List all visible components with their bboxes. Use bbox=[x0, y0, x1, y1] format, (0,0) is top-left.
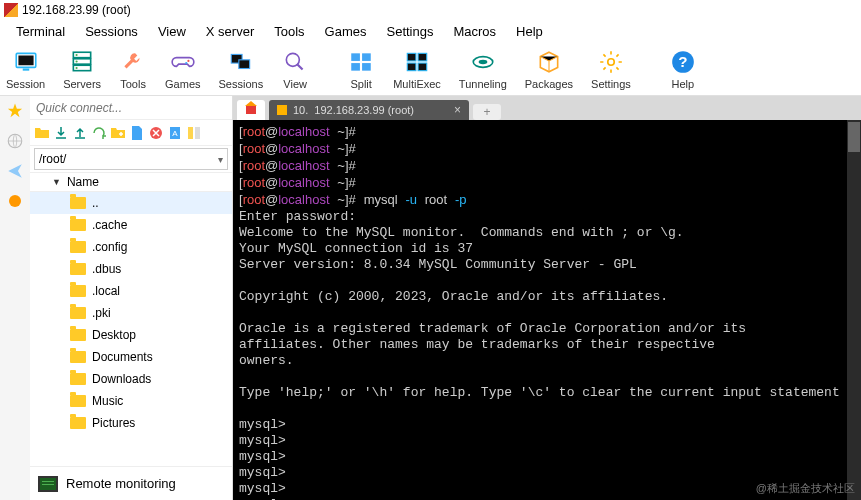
watermark: @稀土掘金技术社区 bbox=[756, 480, 855, 496]
tree-row[interactable]: Desktop bbox=[30, 324, 232, 346]
remote-monitoring-label: Remote monitoring bbox=[66, 476, 176, 491]
star-icon[interactable] bbox=[6, 102, 24, 120]
games-button[interactable]: Games bbox=[165, 48, 200, 90]
close-icon[interactable]: × bbox=[454, 103, 461, 117]
svg-rect-2 bbox=[22, 68, 29, 70]
tree-label: Music bbox=[92, 394, 123, 408]
tree-row[interactable]: Downloads bbox=[30, 368, 232, 390]
tree-label: .dbus bbox=[92, 262, 121, 276]
svg-rect-32 bbox=[188, 127, 193, 139]
collapse-icon[interactable]: ▼ bbox=[52, 177, 61, 187]
circle-icon[interactable] bbox=[6, 192, 24, 210]
help-icon: ? bbox=[669, 48, 697, 76]
quick-connect-input[interactable] bbox=[30, 96, 232, 120]
tree-label: Pictures bbox=[92, 416, 135, 430]
tree-row[interactable]: .cache bbox=[30, 214, 232, 236]
tree-label: Downloads bbox=[92, 372, 151, 386]
multiexec-button[interactable]: MultiExec bbox=[393, 48, 441, 90]
view-button[interactable]: View bbox=[281, 48, 309, 90]
tree-label: .. bbox=[92, 196, 99, 210]
window-title: 192.168.23.99 (root) bbox=[22, 3, 131, 17]
packages-icon bbox=[535, 48, 563, 76]
session-button[interactable]: Session bbox=[6, 48, 45, 90]
remote-monitoring[interactable]: Remote monitoring bbox=[30, 466, 232, 500]
app-icon bbox=[4, 3, 18, 17]
refresh-icon[interactable] bbox=[91, 125, 107, 141]
new-tab-button[interactable]: + bbox=[473, 104, 501, 120]
chevron-down-icon[interactable]: ▾ bbox=[218, 154, 223, 165]
tree-row[interactable]: Documents bbox=[30, 346, 232, 368]
path-input[interactable]: /root/ ▾ bbox=[34, 148, 228, 170]
globe-icon[interactable] bbox=[6, 132, 24, 150]
svg-point-7 bbox=[76, 60, 78, 62]
servers-button[interactable]: Servers bbox=[63, 48, 101, 90]
sessions-icon bbox=[227, 48, 255, 76]
menu-sessions[interactable]: Sessions bbox=[75, 22, 148, 41]
tree-header[interactable]: ▼ Name bbox=[30, 172, 232, 192]
menu-tools[interactable]: Tools bbox=[264, 22, 314, 41]
svg-rect-33 bbox=[195, 127, 200, 139]
tree-row[interactable]: Pictures bbox=[30, 412, 232, 434]
menu-games[interactable]: Games bbox=[315, 22, 377, 41]
terminal-panel: 10. 192.168.23.99 (root) × + [root@local… bbox=[233, 96, 861, 500]
svg-point-6 bbox=[76, 53, 78, 55]
tunneling-button[interactable]: Tunneling bbox=[459, 48, 507, 90]
file-icon[interactable] bbox=[129, 125, 145, 141]
folder-icon[interactable] bbox=[34, 125, 50, 141]
svg-text:?: ? bbox=[678, 53, 687, 70]
multiexec-label: MultiExec bbox=[393, 78, 441, 90]
packages-button[interactable]: Packages bbox=[525, 48, 573, 90]
delete-icon[interactable] bbox=[148, 125, 164, 141]
svg-text:A: A bbox=[172, 129, 178, 138]
menu-terminal[interactable]: Terminal bbox=[6, 22, 75, 41]
toggle-icon[interactable] bbox=[186, 125, 202, 141]
menu-macros[interactable]: Macros bbox=[443, 22, 506, 41]
tree-row[interactable]: .local bbox=[30, 280, 232, 302]
settings-label: Settings bbox=[591, 78, 631, 90]
tab-bar: 10. 192.168.23.99 (root) × + bbox=[233, 96, 861, 120]
help-button[interactable]: ?Help bbox=[669, 48, 697, 90]
session-icon bbox=[12, 48, 40, 76]
file-toolbar: A bbox=[30, 120, 232, 146]
svg-rect-19 bbox=[418, 53, 427, 61]
sessions-button[interactable]: Sessions bbox=[219, 48, 264, 90]
newfolder-icon[interactable] bbox=[110, 125, 126, 141]
tree-label: Desktop bbox=[92, 328, 136, 342]
servers-label: Servers bbox=[63, 78, 101, 90]
tree-row[interactable]: .. bbox=[30, 192, 232, 214]
folder-icon bbox=[70, 241, 86, 253]
download-icon[interactable] bbox=[53, 125, 69, 141]
titlebar: 192.168.23.99 (root) bbox=[0, 0, 861, 20]
folder-icon bbox=[70, 219, 86, 231]
file-tree[interactable]: .. .cache .config .dbus .local .pki Desk… bbox=[30, 192, 232, 466]
tree-row[interactable]: .dbus bbox=[30, 258, 232, 280]
terminal-tab-icon bbox=[277, 105, 287, 115]
upload-icon[interactable] bbox=[72, 125, 88, 141]
tree-row[interactable]: .config bbox=[30, 236, 232, 258]
folder-icon bbox=[70, 329, 86, 341]
tools-button[interactable]: Tools bbox=[119, 48, 147, 90]
main-toolbar: Session Servers Tools Games Sessions Vie… bbox=[0, 42, 861, 96]
folder-icon bbox=[70, 417, 86, 429]
tree-row[interactable]: Music bbox=[30, 390, 232, 412]
menu-xserver[interactable]: X server bbox=[196, 22, 264, 41]
properties-icon[interactable]: A bbox=[167, 125, 183, 141]
split-button[interactable]: Split bbox=[347, 48, 375, 90]
scrollbar-thumb[interactable] bbox=[848, 122, 860, 152]
terminal[interactable]: [root@localhost ~]# [root@localhost ~]# … bbox=[233, 120, 861, 500]
menu-help[interactable]: Help bbox=[506, 22, 553, 41]
tree-row[interactable]: .pki bbox=[30, 302, 232, 324]
split-icon bbox=[347, 48, 375, 76]
scrollbar[interactable] bbox=[847, 120, 861, 500]
home-tab[interactable] bbox=[237, 100, 265, 120]
menu-view[interactable]: View bbox=[148, 22, 196, 41]
svg-rect-1 bbox=[18, 55, 33, 65]
menu-settings[interactable]: Settings bbox=[377, 22, 444, 41]
tools-icon bbox=[119, 48, 147, 76]
session-tab[interactable]: 10. 192.168.23.99 (root) × bbox=[269, 100, 469, 120]
settings-button[interactable]: Settings bbox=[591, 48, 631, 90]
send-icon[interactable] bbox=[6, 162, 24, 180]
svg-rect-17 bbox=[362, 63, 371, 71]
svg-rect-20 bbox=[407, 63, 416, 71]
tree-label: .pki bbox=[92, 306, 111, 320]
